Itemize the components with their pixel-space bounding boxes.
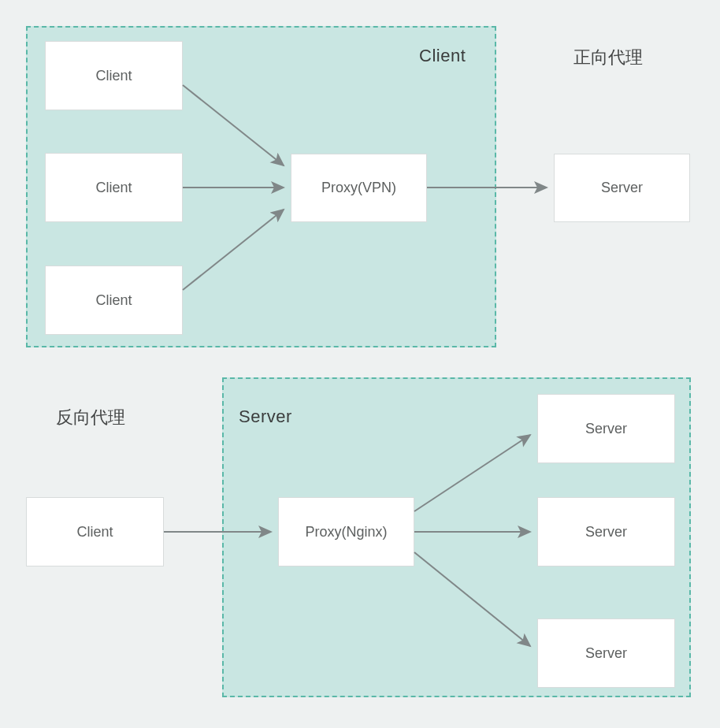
server-box-3: Server [537, 618, 675, 688]
forward-proxy-title: 正向代理 [573, 46, 643, 69]
client-container-label: Client [419, 46, 466, 66]
client-box-3-label: Client [95, 292, 132, 309]
forward-server-box: Server [554, 154, 690, 222]
server-box-2-label: Server [585, 524, 627, 540]
server-box-1-label: Server [585, 421, 627, 437]
server-container-label: Server [239, 407, 292, 427]
server-box-3-label: Server [585, 645, 627, 662]
server-box-1: Server [537, 394, 675, 463]
reverse-client-label: Client [76, 524, 113, 540]
reverse-client-box: Client [26, 497, 164, 566]
client-box-2-label: Client [95, 180, 132, 196]
reverse-proxy-title: 反向代理 [56, 406, 125, 429]
client-box-1: Client [45, 41, 183, 110]
client-box-2: Client [45, 153, 183, 222]
proxy-nginx-box: Proxy(Nginx) [278, 497, 414, 566]
proxy-nginx-label: Proxy(Nginx) [305, 524, 387, 540]
proxy-vpn-label: Proxy(VPN) [321, 180, 396, 196]
proxy-vpn-box: Proxy(VPN) [291, 154, 427, 222]
server-box-2: Server [537, 497, 675, 566]
client-box-3: Client [45, 266, 183, 335]
client-box-1-label: Client [95, 68, 132, 84]
forward-server-label: Server [601, 180, 643, 196]
